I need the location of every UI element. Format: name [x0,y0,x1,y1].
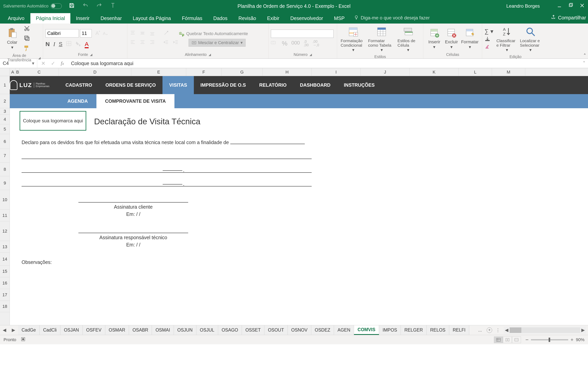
delete-cells-button[interactable]: Excluir▾ [443,26,460,51]
cut-icon[interactable] [24,25,30,33]
align-bottom-icon[interactable] [149,30,155,37]
tab-scroll-left-icon[interactable]: ◀ [0,327,9,333]
zoom-level[interactable]: 90% [576,337,585,342]
align-center-icon[interactable] [139,39,145,46]
nav-visitas[interactable]: VISITAS [162,76,194,94]
worksheet-tab[interactable]: AGEN [334,325,354,335]
hscroll-right-icon[interactable]: ▶ [580,327,586,333]
align-right-icon[interactable] [149,39,155,46]
align-middle-icon[interactable] [139,30,145,37]
enter-formula-icon[interactable]: ✓ [51,60,55,66]
view-page-break-icon[interactable] [512,336,521,343]
column-header[interactable]: H [263,68,312,76]
row-header[interactable]: 6 [0,134,10,149]
column-header[interactable]: J [361,68,410,76]
decrease-indent-icon[interactable] [163,39,169,46]
row-header[interactable]: 1 [0,76,10,94]
column-header[interactable]: A [10,68,16,76]
borders-icon[interactable] [66,41,72,48]
zoom-out-icon[interactable]: − [525,337,528,343]
row-header[interactable]: 8 [0,162,10,176]
percent-icon[interactable]: % [282,40,287,47]
column-header[interactable]: D [59,68,131,76]
worksheet-tab[interactable]: OSDEZ [311,325,334,335]
clear-icon[interactable] [484,44,493,51]
tab-split-icon[interactable]: ⋮ [494,327,502,333]
row-header[interactable]: 4 [0,114,10,124]
number-format-combo[interactable] [271,30,334,38]
column-header[interactable]: M [492,68,525,76]
zoom-slider[interactable] [531,339,568,340]
underline-icon[interactable]: S [59,41,62,47]
font-size-combo[interactable] [80,29,92,37]
find-select-button[interactable]: Localizar e Selecionar▾ [519,25,542,54]
nav-dashboard[interactable]: DASHBOARD [293,76,337,94]
column-header[interactable]: K [410,68,459,76]
hscroll-thumb[interactable] [510,327,521,333]
nav-ordens[interactable]: ORDENS DE SERVIÇO [99,76,162,94]
user-name[interactable]: Leandro Borges [506,3,540,9]
column-header[interactable]: C [20,68,59,76]
tab-insert[interactable]: Inserir [70,13,95,24]
select-all-corner[interactable] [0,68,10,76]
tell-me-search[interactable]: Diga-me o que você deseja fazer [354,15,430,24]
hscroll-left-icon[interactable]: ◀ [504,327,510,333]
worksheet-tab[interactable]: COMVIS [354,325,379,335]
autosum-icon[interactable]: ∑ ▾ [484,28,493,35]
column-header[interactable]: L [459,68,492,76]
tab-view[interactable]: Exibir [262,13,285,24]
tab-msp[interactable]: MSP [328,13,350,24]
worksheet-tab[interactable]: RELOS [427,325,449,335]
row-header[interactable]: 13 [0,241,10,253]
nav-impressao[interactable]: IMPRESSÃO DE O.S [194,76,253,94]
subnav-agenda[interactable]: AGENDA [59,94,96,108]
macro-record-icon[interactable] [21,337,26,343]
worksheet-tab[interactable]: OSNOV [288,325,311,335]
tab-developer[interactable]: Desenvolvedor [285,13,328,24]
share-button[interactable]: Compartilhar [551,15,586,24]
tab-file[interactable]: Arquivo [2,13,30,24]
cancel-formula-icon[interactable]: ✕ [41,60,46,66]
worksheet-tab[interactable]: OSFEV [83,325,105,335]
cell-styles-button[interactable]: Estilos de Célula▾ [396,25,420,54]
worksheet-tab[interactable]: OSAGO [218,325,242,335]
nav-instrucoes[interactable]: INSTRUÇÕES [337,76,381,94]
tab-scroll-right-icon[interactable]: ▶ [9,327,18,333]
accounting-format-icon[interactable] [271,40,278,47]
column-header[interactable]: G [221,68,263,76]
redo-icon[interactable] [96,2,102,10]
row-header[interactable]: 11 [0,210,10,221]
italic-icon[interactable]: I [53,41,55,47]
view-page-layout-icon[interactable] [503,336,512,343]
worksheet-tab[interactable]: OSJAN [60,325,83,335]
worksheet-tab[interactable]: IMPOS [379,325,401,335]
collapse-ribbon-icon[interactable]: ˄ [584,53,586,59]
worksheet-tab[interactable]: OSSET [242,325,264,335]
dialog-launcher-icon[interactable]: ◢ [209,53,211,56]
sort-filter-button[interactable]: AZ Classificar e Filtrar▾ [495,25,519,54]
nav-relatorio[interactable]: RELATÓRIO [253,76,294,94]
align-top-icon[interactable] [130,30,136,37]
copy-icon[interactable] [24,35,30,43]
column-header[interactable]: F [186,68,221,76]
paste-button[interactable]: Colar ▾ [2,27,22,51]
minimize-icon[interactable] [557,3,562,9]
more-tabs[interactable]: ... [476,327,485,333]
row-header[interactable]: 12 [0,221,10,241]
worksheet-tab[interactable]: RELFI [449,325,469,335]
insert-function-icon[interactable]: fx [61,60,64,66]
row-header[interactable]: 14 [0,253,10,266]
decrease-decimal-icon[interactable]: ,00→,0 [313,40,319,47]
worksheet-tab[interactable]: OSJUL [196,325,218,335]
row-header[interactable]: 5 [0,124,10,134]
tab-layout[interactable]: Layout da Página [127,13,176,24]
comma-style-icon[interactable]: 000 [291,40,300,47]
row-header[interactable]: 3 [0,108,10,114]
save-icon[interactable] [69,2,75,10]
fill-color-icon[interactable] [75,41,81,48]
worksheet-tab[interactable]: RELGER [401,325,427,335]
view-normal-icon[interactable] [494,336,503,343]
row-header[interactable]: 18 [0,301,10,312]
horizontal-scrollbar[interactable]: ◀ ▶ [504,327,586,334]
fill-icon[interactable] [484,36,493,43]
